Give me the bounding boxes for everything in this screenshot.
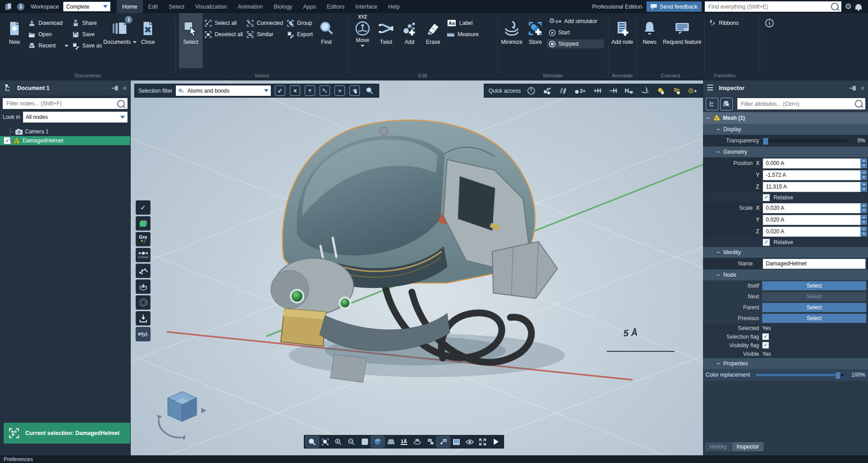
pin-icon[interactable]	[112, 86, 119, 90]
recent-chevron-icon[interactable]	[65, 45, 68, 47]
send-feedback-button[interactable]: Send feedback	[646, 1, 701, 12]
minimize-button[interactable]: Minimize	[500, 13, 524, 68]
select-connected-button[interactable]	[319, 85, 330, 96]
minimize-energy-button[interactable]	[639, 85, 651, 96]
gear-icon[interactable]: ⚙	[845, 2, 852, 11]
labels-toggle-button[interactable]	[437, 436, 450, 447]
scale-y-field[interactable]: 0,020 A	[763, 215, 861, 225]
zoom-out-button[interactable]	[345, 436, 358, 447]
add-atom-button[interactable]	[541, 85, 552, 96]
tab-inspector[interactable]: Inspector	[732, 442, 763, 451]
menu-help[interactable]: Help	[383, 0, 406, 13]
select-all-button[interactable]	[274, 85, 286, 96]
select-all-button[interactable]: Select all	[203, 19, 245, 28]
menu-biology[interactable]: Biology	[268, 0, 297, 13]
add-simulator-button[interactable]: ⚙+	[687, 85, 698, 96]
visibility-flag-checkbox[interactable]	[762, 342, 769, 349]
menu-animation[interactable]: Animation	[232, 0, 269, 13]
preferences-link[interactable]: Preferences	[4, 456, 33, 463]
save-as-button[interactable]: Save as	[70, 41, 104, 50]
close-icon[interactable]: ×	[860, 85, 864, 91]
camera-cube-button[interactable]	[371, 436, 384, 447]
visibility-button[interactable]	[463, 436, 476, 447]
orbit-camera-button[interactable]	[410, 436, 424, 447]
global-search-input[interactable]	[708, 3, 831, 10]
ribbons-button[interactable]: Ribbons	[707, 19, 741, 28]
geometry-section-header[interactable]: − Geometry	[703, 146, 868, 157]
global-search[interactable]	[705, 1, 841, 12]
viewport-3d[interactable]: Selection filter Atoms and bonds × ≈ Qui…	[131, 80, 703, 455]
menu-visualization[interactable]: Visualization	[190, 0, 232, 13]
documents-button[interactable]: 1 Documents	[104, 13, 136, 68]
menu-select[interactable]: Select	[163, 0, 190, 13]
play-button[interactable]	[489, 436, 502, 447]
position-z-field[interactable]: 11,315 A	[763, 182, 861, 192]
menu-home[interactable]: Home	[117, 0, 142, 13]
menu-edit[interactable]: Edit	[143, 0, 164, 13]
tab-history[interactable]: History	[705, 442, 731, 451]
validate-tool[interactable]: ✓	[136, 200, 151, 215]
add-button[interactable]: Add	[398, 13, 421, 68]
select-next-button[interactable]: Select	[762, 292, 866, 301]
attribute-filter-input[interactable]	[740, 100, 855, 108]
download-button[interactable]: Download	[26, 19, 70, 28]
zoom-region-button[interactable]	[306, 436, 319, 447]
mesh-section-header[interactable]: − Mesh (1)	[703, 112, 868, 124]
recent-button[interactable]: Recent	[26, 41, 70, 50]
node-filter-input[interactable]	[5, 100, 117, 107]
hbond-tool[interactable]: H-bond	[136, 248, 151, 262]
surface-tool[interactable]	[136, 216, 151, 231]
molecule-tool[interactable]	[136, 264, 151, 278]
add-simulator-button[interactable]: ⚙⚙+ Add simulator	[547, 17, 604, 26]
group-button[interactable]: Group	[285, 19, 315, 28]
transparency-slider[interactable]	[762, 140, 847, 142]
zoom-selection-button[interactable]	[319, 436, 332, 447]
position-relative-checkbox[interactable]	[763, 194, 770, 201]
thermostat-button[interactable]	[557, 85, 568, 96]
select-similar-button[interactable]: Similar	[245, 30, 285, 39]
select-previous-button[interactable]: Select	[762, 314, 866, 323]
info-icon[interactable]	[765, 19, 774, 28]
zoom-in-button[interactable]	[332, 436, 345, 447]
menu-editors[interactable]: Editors	[321, 0, 350, 13]
background-button[interactable]	[358, 436, 371, 447]
scale-relative-checkbox[interactable]	[763, 239, 770, 246]
new-button[interactable]: New	[3, 13, 26, 68]
share-button[interactable]: Share	[70, 19, 104, 28]
panel-menu-icon[interactable]: ☰	[707, 83, 713, 93]
stopped-button[interactable]: Stopped	[547, 39, 604, 48]
erase-button[interactable]: Erase	[421, 13, 445, 68]
expand-viewport-button[interactable]	[476, 436, 489, 447]
position-z-stepper[interactable]: ▲▼	[861, 182, 867, 192]
scale-y-stepper[interactable]: ▲▼	[861, 215, 867, 225]
add-hydrogens-button[interactable]: +H	[592, 85, 603, 96]
bell-icon[interactable]	[855, 4, 862, 9]
attribute-filter[interactable]	[737, 98, 865, 109]
package-tool[interactable]	[136, 279, 151, 294]
charge-button[interactable]: 2+	[573, 85, 587, 96]
twist-button[interactable]: Twist	[374, 13, 398, 68]
move-button[interactable]: XYZ Move	[351, 13, 374, 66]
select-tool-button[interactable]: Select	[179, 13, 203, 68]
name-field[interactable]: DamagedHelmet	[763, 259, 866, 269]
workspace-combo[interactable]: Complete	[63, 2, 110, 11]
display-section-header[interactable]: − Display	[703, 124, 868, 135]
node-section-header[interactable]: − Node	[703, 269, 868, 280]
label-button[interactable]: Aa Label	[445, 19, 481, 28]
menu-interface[interactable]: Interface	[350, 0, 383, 13]
ruler-toggle-button[interactable]: 1Å	[397, 436, 410, 447]
tree-item-camera[interactable]: Camera 1	[0, 127, 130, 136]
measure-button[interactable]: Measure	[445, 30, 481, 39]
select-connected-button[interactable]: Connected	[245, 19, 285, 28]
properties-section-header[interactable]: − Properties	[703, 358, 868, 369]
identity-section-header[interactable]: − Identity	[703, 247, 868, 258]
store-button[interactable]: Store	[524, 13, 547, 68]
request-feature-button[interactable]: Request feature	[661, 13, 703, 68]
move-tool-button[interactable]	[525, 85, 537, 96]
look-in-select[interactable]: All nodes	[23, 112, 127, 123]
node-filter[interactable]	[3, 98, 127, 109]
tree-item-damagedhelmet[interactable]: DamagedHelmet	[0, 136, 130, 145]
find-button[interactable]: Find	[315, 13, 338, 68]
save-button[interactable]: Save	[70, 30, 104, 39]
start-button[interactable]: Start	[547, 28, 604, 37]
